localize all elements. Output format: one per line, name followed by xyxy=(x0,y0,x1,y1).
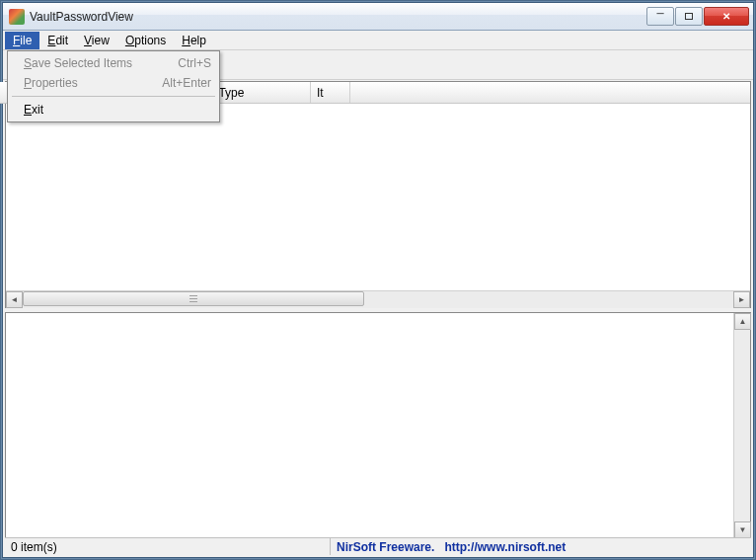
status-credit: NirSoft Freeware. http://www.nirsoft.net xyxy=(331,540,571,554)
horizontal-scrollbar-track[interactable] xyxy=(23,291,733,308)
status-credit-link[interactable]: http://www.nirsoft.net xyxy=(444,540,566,554)
menubar: File Edit View Options Help xyxy=(3,31,753,50)
scroll-down-button[interactable]: ▼ xyxy=(734,521,751,538)
statusbar: 0 item(s) NirSoft Freeware. http://www.n… xyxy=(5,537,751,555)
vertical-scrollbar-track[interactable] xyxy=(734,330,750,521)
menu-view[interactable]: View xyxy=(76,32,117,49)
horizontal-scrollbar[interactable]: ◄ ► xyxy=(6,290,750,307)
menu-properties[interactable]: Properties Alt+Enter xyxy=(10,73,217,93)
window-buttons: ─ ✕ xyxy=(645,7,749,27)
app-window: VaultPasswordView ─ ✕ File Edit View Opt… xyxy=(2,2,754,558)
app-icon xyxy=(9,9,25,25)
horizontal-scrollbar-thumb[interactable] xyxy=(23,291,364,306)
close-button[interactable]: ✕ xyxy=(704,7,749,26)
menu-edit[interactable]: Edit xyxy=(39,32,76,49)
menu-file[interactable]: File xyxy=(5,32,39,49)
details-pane[interactable]: ▲ ▼ xyxy=(5,312,751,539)
maximize-button[interactable] xyxy=(675,7,703,26)
menu-options[interactable]: Options xyxy=(117,32,174,49)
scroll-left-button[interactable]: ◄ xyxy=(6,291,23,308)
menu-exit[interactable]: Exit xyxy=(10,100,217,120)
column-header[interactable]: It xyxy=(311,82,350,103)
titlebar[interactable]: VaultPasswordView ─ ✕ xyxy=(3,3,753,31)
file-menu-dropdown: Save Selected Items Ctrl+S Properties Al… xyxy=(7,50,220,122)
menu-help[interactable]: Help xyxy=(174,32,214,49)
vertical-scrollbar[interactable]: ▲ ▼ xyxy=(733,313,750,538)
window-title: VaultPasswordView xyxy=(30,10,645,24)
menu-save-selected-items[interactable]: Save Selected Items Ctrl+S xyxy=(10,53,217,73)
status-item-count: 0 item(s) xyxy=(5,538,331,555)
menu-separator xyxy=(12,96,215,97)
scroll-right-button[interactable]: ► xyxy=(733,291,750,308)
scroll-up-button[interactable]: ▲ xyxy=(734,313,751,330)
minimize-button[interactable]: ─ xyxy=(646,7,674,26)
